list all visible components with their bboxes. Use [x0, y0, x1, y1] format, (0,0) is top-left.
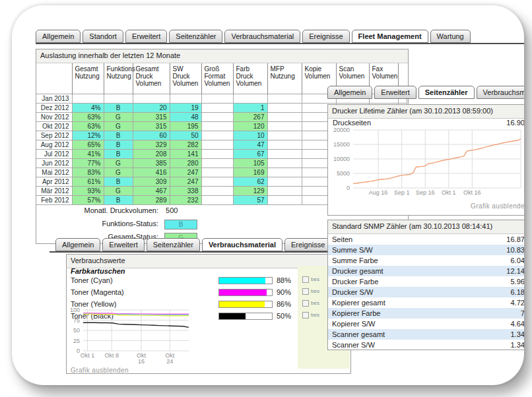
tab-seitenz-hler[interactable]: Seitenzähler — [418, 86, 475, 99]
usage-month-cell: Jun 2012 — [36, 158, 72, 168]
usage-cell — [267, 103, 302, 112]
usage-cell: 20 — [133, 103, 170, 112]
snmp-row: Drucker gesamt12.149 — [328, 266, 524, 276]
svg-text:Sep 16: Sep 16 — [416, 189, 435, 196]
tab-erweitert[interactable]: Erweitert — [374, 86, 416, 99]
usage-cell: 289 — [133, 195, 170, 204]
toner-level-fill — [219, 301, 265, 307]
svg-text:Okt 16: Okt 16 — [463, 189, 481, 196]
tab-standort[interactable]: Standort — [83, 30, 123, 43]
usage-cell: 4% — [72, 103, 104, 112]
tab-fleet-management[interactable]: Fleet Management — [352, 30, 428, 43]
snmp-row-value: 10.832 — [506, 246, 524, 254]
tab-verbrauchsmaterial[interactable]: Verbrauchsmaterial — [224, 30, 300, 43]
usage-cell: 208 — [133, 149, 170, 158]
svg-text:100: 100 — [70, 307, 80, 313]
tab-erweitert[interactable]: Erweitert — [125, 30, 167, 43]
usage-col-header: Farb Druck Volumen — [233, 63, 267, 94]
snmp-row-value: 6.043 — [510, 257, 524, 264]
order-checkbox[interactable] — [302, 288, 309, 295]
desktop-background: AllgemeinStandortErweitertSeitenzählerVe… — [0, 0, 532, 397]
usage-month-cell: Dez 2012 — [36, 103, 72, 112]
tab-seitenz-hler[interactable]: Seitenzähler — [169, 30, 222, 43]
consumables-panel: Verbrauchswerte Farbkartuschen Toner (Cy… — [66, 254, 351, 374]
function-status-badge: B — [164, 220, 197, 229]
usage-cell — [267, 186, 302, 195]
usage-cell — [267, 94, 302, 103]
usage-cell: 63% — [72, 112, 104, 121]
tab-allgemein[interactable]: Allgemein — [327, 86, 372, 99]
toner-level-fill — [219, 290, 267, 295]
tab-allgemein[interactable]: Allgemein — [55, 238, 100, 251]
usage-cell — [267, 121, 302, 131]
usage-cell: 315 — [133, 112, 170, 121]
order-checkbox-label: bes — [311, 300, 319, 306]
usage-cell — [201, 94, 233, 103]
snmp-row-value: 1.342 — [510, 341, 524, 349]
usage-cell — [267, 131, 302, 140]
snmp-row-label: Scanner gesamt — [332, 330, 385, 338]
usage-cell — [267, 177, 302, 186]
tab-ereignisse[interactable]: Ereignisse — [302, 30, 349, 43]
usage-cell: 57 — [233, 195, 267, 204]
toner-level-chart: 0255075100Okt 1Okt 8Okt16Okt24 — [69, 307, 247, 365]
usage-cell: G — [104, 112, 133, 121]
usage-col-header: SW Druck Volumen — [170, 63, 201, 94]
tab-ereignisse[interactable]: Ereignisse — [284, 238, 331, 251]
order-checkbox-label: bes — [311, 312, 319, 318]
consumables-tabbar: AllgemeinErweitertSeitenzählerVerbrauchs… — [50, 238, 354, 253]
lifetime-pages-chart: 05000100001500020000Aug 16Sep 1Sep 16Okt… — [329, 127, 524, 201]
usage-cell: 129 — [233, 186, 267, 195]
snmp-row: Drucker S/W6.184 — [328, 287, 524, 297]
hide-chart-link-consumables[interactable]: Grafik ausblenden — [71, 367, 129, 374]
lifetime-panel-title: Drucker Lifetime Zähler (am 30.10.2013 0… — [328, 105, 524, 119]
usage-cell — [201, 140, 233, 149]
hide-chart-link-lifetime[interactable]: Grafik ausblenden — [471, 202, 524, 210]
toner-percent: 90% — [277, 288, 291, 296]
usage-month-cell: Jan 2013 — [36, 94, 72, 103]
svg-text:Okt 1: Okt 1 — [442, 189, 456, 196]
function-status-label: Funktions-Status: — [37, 219, 158, 228]
svg-text:Aug 16: Aug 16 — [369, 189, 388, 196]
tab-verbrauchsmaterial[interactable]: Verbrauchsmaterial — [477, 86, 524, 99]
printed-pages-label: Druckseiten — [333, 119, 371, 127]
usage-cell: 62 — [233, 177, 267, 186]
usage-cell: 48 — [170, 112, 201, 121]
monthly-volume-value: 500 — [166, 206, 178, 214]
usage-cell: 77% — [72, 158, 104, 168]
usage-cell: 247 — [170, 168, 201, 177]
order-checkbox[interactable] — [302, 276, 309, 283]
snmp-row: Summe Farbe6.043 — [328, 255, 524, 266]
monthly-volume-row: Monatl. Druckvolumen: 500 — [37, 206, 178, 216]
order-checkbox[interactable] — [302, 312, 309, 319]
snmp-row-value: 4.726 — [510, 299, 524, 307]
snmp-row-value: 4.648 — [510, 320, 524, 328]
svg-text:Sep 1: Sep 1 — [394, 189, 410, 196]
svg-text:24: 24 — [166, 358, 173, 365]
snmp-panel-title: Standard SNMP Zähler (am 30.10.2013 08:1… — [328, 220, 524, 234]
order-checkbox[interactable] — [302, 300, 309, 307]
toner-percent: 88% — [277, 276, 291, 284]
svg-text:Okt 8: Okt 8 — [104, 352, 119, 359]
tab-verbrauchsmaterial[interactable]: Verbrauchsmaterial — [202, 238, 283, 251]
tab-seitenz-hler[interactable]: Seitenzähler — [147, 238, 200, 251]
usage-cell: 385 — [133, 158, 170, 168]
main-tabbar: AllgemeinStandortErweitertSeitenzählerVe… — [36, 30, 524, 44]
usage-cell — [133, 94, 170, 103]
printed-pages-value: 16.908 — [506, 119, 524, 127]
usage-month-cell: Okt 2012 — [36, 121, 72, 131]
usage-cell: 93% — [72, 186, 104, 195]
usage-cell — [201, 177, 233, 186]
usage-cell: 50 — [170, 131, 201, 140]
usage-cell: G — [104, 186, 133, 195]
snmp-row-value: 12.149 — [506, 267, 524, 275]
usage-cell: 329 — [133, 140, 170, 149]
svg-text:75: 75 — [73, 317, 80, 324]
tab-allgemein[interactable]: Allgemein — [36, 30, 81, 43]
toner-level-bar — [218, 277, 273, 284]
tab-wartung[interactable]: Wartung — [430, 30, 471, 43]
svg-text:50: 50 — [73, 327, 80, 334]
snmp-row-label: Drucker Farbe — [332, 278, 378, 286]
tab-erweitert[interactable]: Erweitert — [102, 238, 144, 251]
color-cartridges-heading: Farbkartuschen — [71, 267, 125, 275]
